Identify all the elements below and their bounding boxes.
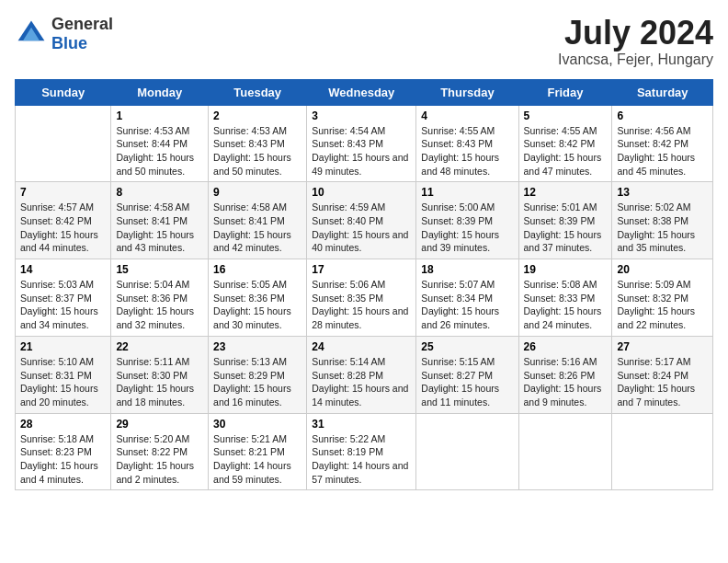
calendar-cell: 10 Sunrise: 4:59 AMSunset: 8:40 PMDaylig… bbox=[307, 182, 416, 259]
day-info: Sunrise: 4:53 AMSunset: 8:44 PMDaylight:… bbox=[116, 125, 194, 177]
day-number: 7 bbox=[20, 186, 106, 199]
day-info: Sunrise: 4:54 AMSunset: 8:43 PMDaylight:… bbox=[312, 125, 408, 177]
day-info: Sunrise: 5:09 AMSunset: 8:32 PMDaylight:… bbox=[617, 279, 695, 330]
calendar-header-row: SundayMondayTuesdayWednesdayThursdayFrid… bbox=[16, 79, 713, 105]
day-info: Sunrise: 4:58 AMSunset: 8:41 PMDaylight:… bbox=[213, 201, 291, 253]
day-info: Sunrise: 5:06 AMSunset: 8:35 PMDaylight:… bbox=[312, 279, 408, 330]
calendar-cell: 1 Sunrise: 4:53 AMSunset: 8:44 PMDayligh… bbox=[111, 105, 209, 182]
calendar-title: July 2024 bbox=[558, 15, 713, 52]
day-info: Sunrise: 5:14 AMSunset: 8:28 PMDaylight:… bbox=[312, 356, 408, 408]
calendar-cell: 4 Sunrise: 4:55 AMSunset: 8:43 PMDayligh… bbox=[416, 105, 518, 182]
day-info: Sunrise: 5:17 AMSunset: 8:24 PMDaylight:… bbox=[617, 356, 695, 408]
calendar-cell: 11 Sunrise: 5:00 AMSunset: 8:39 PMDaylig… bbox=[416, 182, 518, 259]
day-info: Sunrise: 5:03 AMSunset: 8:37 PMDaylight:… bbox=[20, 279, 98, 330]
calendar-cell: 31 Sunrise: 5:22 AMSunset: 8:19 PMDaylig… bbox=[307, 413, 416, 490]
day-number: 20 bbox=[617, 263, 708, 276]
day-info: Sunrise: 5:05 AMSunset: 8:36 PMDaylight:… bbox=[213, 279, 291, 330]
day-number: 26 bbox=[524, 340, 608, 353]
day-number: 28 bbox=[20, 418, 106, 431]
day-info: Sunrise: 5:00 AMSunset: 8:39 PMDaylight:… bbox=[421, 201, 499, 253]
day-number: 2 bbox=[213, 109, 301, 122]
day-info: Sunrise: 5:15 AMSunset: 8:27 PMDaylight:… bbox=[421, 356, 499, 408]
calendar-cell: 14 Sunrise: 5:03 AMSunset: 8:37 PMDaylig… bbox=[16, 259, 111, 337]
day-info: Sunrise: 5:04 AMSunset: 8:36 PMDaylight:… bbox=[116, 279, 194, 330]
calendar-cell: 7 Sunrise: 4:57 AMSunset: 8:42 PMDayligh… bbox=[16, 182, 111, 259]
column-header-sunday: Sunday bbox=[16, 79, 111, 105]
logo-general: General bbox=[51, 15, 113, 33]
logo-text: General Blue bbox=[51, 15, 113, 53]
calendar-cell: 17 Sunrise: 5:06 AMSunset: 8:35 PMDaylig… bbox=[307, 259, 416, 337]
day-info: Sunrise: 4:55 AMSunset: 8:43 PMDaylight:… bbox=[421, 125, 499, 177]
calendar-cell: 24 Sunrise: 5:14 AMSunset: 8:28 PMDaylig… bbox=[307, 336, 416, 413]
day-info: Sunrise: 5:21 AMSunset: 8:21 PMDaylight:… bbox=[213, 433, 291, 485]
day-info: Sunrise: 4:53 AMSunset: 8:43 PMDaylight:… bbox=[213, 125, 291, 177]
day-number: 10 bbox=[312, 186, 411, 199]
day-number: 3 bbox=[312, 109, 411, 122]
day-number: 15 bbox=[116, 263, 203, 276]
day-info: Sunrise: 5:01 AMSunset: 8:39 PMDaylight:… bbox=[524, 201, 602, 253]
day-number: 11 bbox=[421, 186, 513, 199]
day-number: 8 bbox=[116, 186, 203, 199]
day-info: Sunrise: 4:55 AMSunset: 8:42 PMDaylight:… bbox=[524, 125, 602, 177]
calendar-week-3: 14 Sunrise: 5:03 AMSunset: 8:37 PMDaylig… bbox=[16, 259, 713, 337]
calendar-cell: 15 Sunrise: 5:04 AMSunset: 8:36 PMDaylig… bbox=[111, 259, 209, 337]
calendar-cell: 13 Sunrise: 5:02 AMSunset: 8:38 PMDaylig… bbox=[612, 182, 713, 259]
column-header-tuesday: Tuesday bbox=[209, 79, 307, 105]
day-info: Sunrise: 5:07 AMSunset: 8:34 PMDaylight:… bbox=[421, 279, 499, 330]
calendar-subtitle: Ivancsa, Fejer, Hungary bbox=[558, 52, 713, 68]
page-header: General Blue July 2024 Ivancsa, Fejer, H… bbox=[15, 15, 713, 68]
day-number: 13 bbox=[617, 186, 708, 199]
day-number: 16 bbox=[213, 263, 301, 276]
calendar-cell: 21 Sunrise: 5:10 AMSunset: 8:31 PMDaylig… bbox=[16, 336, 111, 413]
day-info: Sunrise: 4:58 AMSunset: 8:41 PMDaylight:… bbox=[116, 201, 194, 253]
day-number: 12 bbox=[524, 186, 608, 199]
calendar-week-5: 28 Sunrise: 5:18 AMSunset: 8:23 PMDaylig… bbox=[16, 413, 713, 490]
day-number: 9 bbox=[213, 186, 301, 199]
calendar-cell: 3 Sunrise: 4:54 AMSunset: 8:43 PMDayligh… bbox=[307, 105, 416, 182]
day-number: 6 bbox=[617, 109, 708, 122]
column-header-wednesday: Wednesday bbox=[307, 79, 416, 105]
calendar-cell: 22 Sunrise: 5:11 AMSunset: 8:30 PMDaylig… bbox=[111, 336, 209, 413]
day-number: 19 bbox=[524, 263, 608, 276]
day-number: 22 bbox=[116, 340, 203, 353]
calendar-cell: 20 Sunrise: 5:09 AMSunset: 8:32 PMDaylig… bbox=[612, 259, 713, 337]
day-info: Sunrise: 4:56 AMSunset: 8:42 PMDaylight:… bbox=[617, 125, 695, 177]
day-number: 4 bbox=[421, 109, 513, 122]
day-number: 25 bbox=[421, 340, 513, 353]
day-info: Sunrise: 5:16 AMSunset: 8:26 PMDaylight:… bbox=[524, 356, 602, 408]
calendar-cell bbox=[612, 413, 713, 490]
calendar-cell: 16 Sunrise: 5:05 AMSunset: 8:36 PMDaylig… bbox=[209, 259, 307, 337]
day-number: 30 bbox=[213, 418, 301, 431]
calendar-cell: 29 Sunrise: 5:20 AMSunset: 8:22 PMDaylig… bbox=[111, 413, 209, 490]
column-header-monday: Monday bbox=[111, 79, 209, 105]
day-number: 17 bbox=[312, 263, 411, 276]
calendar-cell: 6 Sunrise: 4:56 AMSunset: 8:42 PMDayligh… bbox=[612, 105, 713, 182]
day-info: Sunrise: 5:10 AMSunset: 8:31 PMDaylight:… bbox=[20, 356, 98, 408]
calendar-cell: 26 Sunrise: 5:16 AMSunset: 8:26 PMDaylig… bbox=[518, 336, 612, 413]
logo-icon bbox=[15, 17, 48, 51]
day-info: Sunrise: 5:13 AMSunset: 8:29 PMDaylight:… bbox=[213, 356, 291, 408]
calendar-cell: 9 Sunrise: 4:58 AMSunset: 8:41 PMDayligh… bbox=[209, 182, 307, 259]
column-header-friday: Friday bbox=[518, 79, 612, 105]
calendar-cell: 19 Sunrise: 5:08 AMSunset: 8:33 PMDaylig… bbox=[518, 259, 612, 337]
day-info: Sunrise: 5:20 AMSunset: 8:22 PMDaylight:… bbox=[116, 433, 194, 485]
column-header-thursday: Thursday bbox=[416, 79, 518, 105]
calendar-cell: 5 Sunrise: 4:55 AMSunset: 8:42 PMDayligh… bbox=[518, 105, 612, 182]
column-header-saturday: Saturday bbox=[612, 79, 713, 105]
title-block: July 2024 Ivancsa, Fejer, Hungary bbox=[558, 15, 713, 68]
logo-blue: Blue bbox=[51, 34, 87, 52]
day-number: 23 bbox=[213, 340, 301, 353]
calendar-table: SundayMondayTuesdayWednesdayThursdayFrid… bbox=[15, 79, 713, 491]
day-number: 24 bbox=[312, 340, 411, 353]
day-number: 14 bbox=[20, 263, 106, 276]
calendar-cell: 25 Sunrise: 5:15 AMSunset: 8:27 PMDaylig… bbox=[416, 336, 518, 413]
day-number: 29 bbox=[116, 418, 203, 431]
calendar-cell: 8 Sunrise: 4:58 AMSunset: 8:41 PMDayligh… bbox=[111, 182, 209, 259]
calendar-week-1: 1 Sunrise: 4:53 AMSunset: 8:44 PMDayligh… bbox=[16, 105, 713, 182]
calendar-cell: 2 Sunrise: 4:53 AMSunset: 8:43 PMDayligh… bbox=[209, 105, 307, 182]
day-number: 27 bbox=[617, 340, 708, 353]
calendar-cell: 18 Sunrise: 5:07 AMSunset: 8:34 PMDaylig… bbox=[416, 259, 518, 337]
day-info: Sunrise: 4:57 AMSunset: 8:42 PMDaylight:… bbox=[20, 201, 98, 253]
day-number: 18 bbox=[421, 263, 513, 276]
calendar-cell: 12 Sunrise: 5:01 AMSunset: 8:39 PMDaylig… bbox=[518, 182, 612, 259]
